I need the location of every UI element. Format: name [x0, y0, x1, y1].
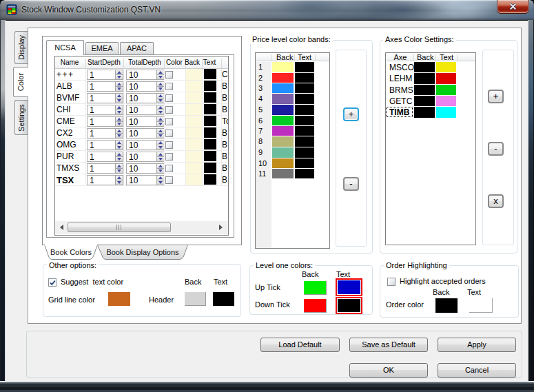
svg-text:Book Display Options: Book Display Options — [106, 248, 179, 256]
svg-text:Book Colors: Book Colors — [50, 248, 92, 256]
